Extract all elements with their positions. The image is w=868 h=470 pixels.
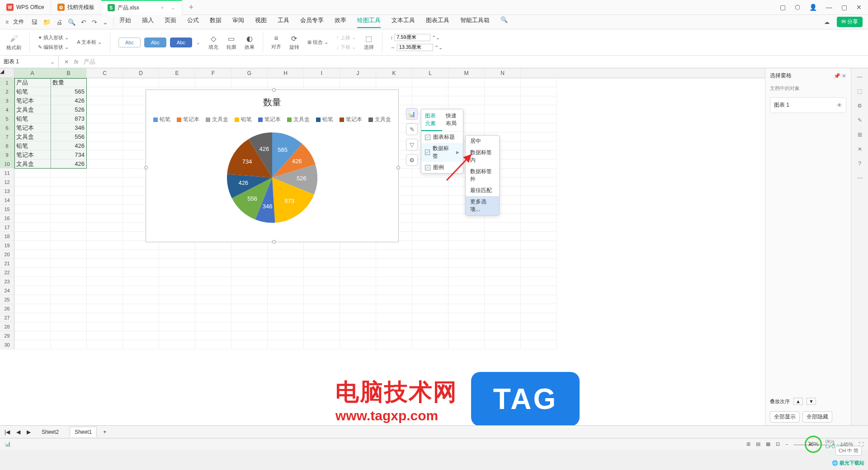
cell[interactable]	[448, 96, 485, 105]
cell[interactable]	[87, 304, 123, 313]
cell[interactable]	[448, 313, 485, 322]
cell[interactable]	[159, 286, 195, 295]
cell[interactable]	[87, 232, 123, 241]
cell[interactable]	[51, 178, 87, 187]
cell[interactable]	[87, 286, 123, 295]
row-header[interactable]: 30	[0, 340, 14, 349]
select-all-corner[interactable]: ◢	[0, 68, 14, 78]
legend-item[interactable]: 文具盒	[287, 116, 310, 123]
cell[interactable]	[521, 223, 557, 232]
perf-circle[interactable]: 76%	[805, 436, 822, 453]
cell[interactable]: 526	[51, 105, 87, 114]
cell[interactable]	[485, 114, 521, 123]
tool-icon[interactable]: ✕	[858, 146, 862, 152]
resize-handle[interactable]	[272, 88, 276, 92]
cell[interactable]	[521, 259, 557, 268]
cell[interactable]	[231, 340, 268, 349]
outline-button[interactable]: ▭轮廓	[226, 34, 236, 51]
status-icon[interactable]: 📊	[5, 441, 11, 447]
cell[interactable]: 铅笔	[14, 87, 51, 96]
col-header[interactable]: D	[123, 68, 159, 78]
cell[interactable]	[376, 322, 412, 331]
ime-indicator[interactable]: CH 中 简	[835, 446, 862, 456]
cell[interactable]	[304, 340, 340, 349]
cell[interactable]: 产品	[14, 78, 51, 87]
cell[interactable]	[51, 169, 87, 178]
cell[interactable]	[521, 132, 557, 141]
cell[interactable]	[485, 259, 521, 268]
cell[interactable]	[521, 250, 557, 259]
col-header[interactable]: J	[340, 68, 376, 78]
row-header[interactable]: 11	[0, 169, 14, 178]
cell[interactable]	[412, 322, 448, 331]
cell[interactable]	[304, 78, 340, 87]
cell[interactable]	[51, 205, 87, 214]
cell[interactable]	[340, 295, 376, 304]
cell[interactable]	[14, 340, 51, 349]
more-icon[interactable]: ⋯	[857, 175, 863, 181]
print-icon[interactable]: 🖨	[56, 19, 62, 26]
col-header[interactable]: F	[195, 68, 231, 78]
cell[interactable]	[485, 304, 521, 313]
cell[interactable]	[231, 78, 268, 87]
cell[interactable]	[195, 250, 231, 259]
cell[interactable]	[51, 340, 87, 349]
col-header[interactable]: A	[14, 68, 51, 78]
col-header[interactable]: B	[51, 68, 87, 78]
cell[interactable]	[448, 223, 485, 232]
save-icon[interactable]: 🖫	[31, 19, 38, 26]
cell[interactable]	[159, 313, 195, 322]
menu-text[interactable]: 文本工具	[392, 16, 415, 28]
effect-button[interactable]: ◐效果	[245, 34, 255, 51]
cell[interactable]	[268, 268, 304, 277]
cell[interactable]	[412, 214, 448, 223]
cell[interactable]	[412, 295, 448, 304]
rotate-button[interactable]: ⟳旋转	[289, 34, 299, 51]
cell[interactable]	[521, 340, 557, 349]
row-header[interactable]: 23	[0, 277, 14, 286]
cell[interactable]	[521, 196, 557, 205]
cell[interactable]	[521, 304, 557, 313]
cell[interactable]	[485, 123, 521, 132]
col-header[interactable]: C	[87, 68, 123, 78]
insert-shape-button[interactable]: ✦ 插入形状 ⌄	[38, 34, 69, 41]
cell[interactable]	[159, 304, 195, 313]
cell[interactable]	[448, 250, 485, 259]
pin-icon[interactable]: 📌	[834, 73, 840, 79]
menu-draw[interactable]: 绘图工具	[357, 16, 381, 28]
cell[interactable]	[340, 259, 376, 268]
cell[interactable]	[448, 286, 485, 295]
tab-template[interactable]: ✿找稻壳模板	[51, 0, 101, 15]
menu-icon[interactable]: ≡	[5, 19, 9, 25]
row-header[interactable]: 1	[0, 78, 14, 87]
cell[interactable]	[448, 277, 485, 286]
fill-button[interactable]: ◇填充	[208, 34, 218, 51]
resize-handle[interactable]	[396, 166, 400, 169]
cell[interactable]	[412, 205, 448, 214]
cell[interactable]	[87, 78, 123, 87]
menu-formula[interactable]: 公式	[187, 16, 199, 28]
cell[interactable]	[304, 322, 340, 331]
row-header[interactable]: 12	[0, 178, 14, 187]
legend-item[interactable]: 笔记本	[258, 116, 281, 123]
chart-filter-icon[interactable]: ▽	[406, 139, 418, 150]
row-header[interactable]: 17	[0, 223, 14, 232]
up-icon[interactable]: ▲	[793, 398, 803, 405]
cell[interactable]	[14, 214, 51, 223]
cell[interactable]	[14, 178, 51, 187]
cell[interactable]	[159, 78, 195, 87]
cell[interactable]	[231, 277, 268, 286]
close-button[interactable]: ✕	[856, 4, 862, 11]
cell[interactable]: 笔记本	[14, 123, 51, 132]
cell[interactable]	[448, 340, 485, 349]
cell[interactable]	[87, 250, 123, 259]
cell[interactable]	[159, 259, 195, 268]
prev-sheet-icon[interactable]: ◀	[16, 429, 20, 435]
app-icon[interactable]: ▢	[780, 4, 786, 11]
cell[interactable]	[195, 331, 231, 340]
group-button[interactable]: ⊞ 组合 ⌄	[307, 39, 328, 46]
tab-dropdown-icon[interactable]: ⌄	[171, 5, 175, 11]
cell[interactable]	[412, 196, 448, 205]
cell[interactable]	[485, 295, 521, 304]
width-field[interactable]: ↔ ⌃⌄	[391, 44, 443, 51]
